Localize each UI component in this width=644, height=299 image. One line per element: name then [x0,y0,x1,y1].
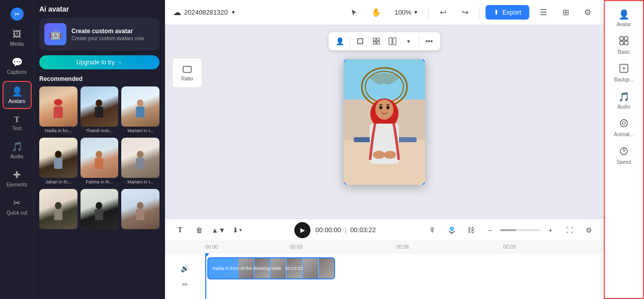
right-panel-audio[interactable]: 🎵 Audio [607,87,641,114]
speed-panel-label: Speed [617,159,631,165]
resize-handle-tr[interactable] [423,59,425,62]
zoom-slider-track[interactable] [500,229,540,231]
more-options-button[interactable]: ••• [422,34,436,48]
avatar-label-extra3 [121,229,159,232]
timeline-tracks: 🔊 ✏ Nadia in front of the dressing table… [165,253,604,299]
select-tool-button[interactable] [346,5,362,21]
svg-rect-23 [373,38,376,41]
sidebar-item-quickcut[interactable]: ✂ Quick cut [3,193,32,220]
svg-rect-28 [393,38,396,45]
adjust-button[interactable]: ⚙ [582,223,596,237]
svg-rect-44 [450,228,453,231]
crop-toolbar-button[interactable] [353,34,367,48]
layout-btn-1[interactable]: ☰ [535,5,551,21]
voice-over-button[interactable] [445,223,459,237]
chevron-dropdown-button[interactable]: ▼ [401,34,416,48]
timeline-toolbar: T 🗑 ▲▼ ⬇ ▼ ▶ 00:00:00 | 00:03:22 [165,219,604,241]
zoom-value: 100% [394,9,411,16]
promo-heading: Create custom avatar [71,28,144,35]
svg-point-54 [622,122,625,125]
timeline-area: T 🗑 ▲▼ ⬇ ▼ ▶ 00:00:00 | 00:03:22 [165,219,604,299]
audio-panel-label: Audio [617,104,630,110]
ratio-label: Ratio [181,76,193,81]
avatar-card-nadia[interactable]: Nadia in fro... [39,86,77,135]
hand-tool-button[interactable]: ✋ [368,5,384,21]
avatar-card-mariam2[interactable]: Mariam in t... [121,138,159,186]
zoom-in-button[interactable]: + [543,223,557,237]
right-panel-basic[interactable]: Basic [607,32,641,59]
avatar-card-jabari[interactable]: Jabari in th... [39,138,77,186]
ratio-button[interactable]: Ratio [172,58,202,88]
project-name[interactable]: ☁ 202408281320 ▼ [173,8,236,17]
upgrade-button[interactable]: Upgrade to try → [39,55,159,69]
undo-button[interactable]: ↩ [435,5,451,21]
sidebar-item-label: Text [12,126,21,131]
video-content [344,59,425,185]
right-panel-speed[interactable]: Speed [607,142,641,169]
sidebar-item-media[interactable]: 🖼 Media [3,25,32,51]
audio-panel-icon: 🎵 [618,91,629,103]
fit-icon [372,37,380,45]
svg-rect-48 [620,41,623,45]
sidebar-item-audio[interactable]: 🎵 Audio [3,137,32,163]
download-button[interactable]: ⬇ ▼ [230,223,245,237]
zoom-out-button[interactable]: − [483,223,497,237]
avatar-card-fatima[interactable]: Fatima in th... [80,138,119,186]
avatar-card-thandi[interactable]: Thandi outs... [80,86,119,135]
fullscreen-button[interactable]: ⛶ [562,223,577,237]
sidebar-logo: ✂ [3,5,32,23]
svg-point-4 [54,99,62,105]
svg-point-11 [96,151,103,158]
delete-button[interactable]: 🗑 [192,223,206,237]
captions-icon: 💬 [12,57,23,68]
settings-button[interactable]: ⚙ [580,5,596,21]
svg-rect-21 [183,66,191,72]
promo-description: Create your custom avatars now [71,36,144,41]
canvas-toolbar: 👤 [329,32,440,50]
split-toolbar-button[interactable] [385,34,399,48]
video-clip[interactable]: Nadia in front of the dressing table 00:… [207,257,335,279]
sidebar-item-label: Avatars [9,98,26,104]
avatar-card-extra1[interactable] [39,189,77,232]
avatar-card-extra3[interactable] [121,189,159,232]
fit-toolbar-button[interactable] [369,34,383,48]
zoom-control[interactable]: 100% ▼ [390,7,422,18]
pencil-button[interactable]: ✏ [179,278,191,290]
sidebar-item-text[interactable]: T Text [3,111,32,135]
export-button[interactable]: ⬆ Export [486,5,529,20]
svg-rect-10 [54,158,62,169]
sidebar-item-elements[interactable]: ✚ Elements [3,165,32,191]
sidebar-item-captions[interactable]: 💬 Captions [3,53,32,79]
volume-button[interactable]: 🔊 [179,262,191,274]
sidebar-item-avatars[interactable]: 👤 Avatars [3,81,32,109]
resize-handle-br[interactable] [423,182,425,185]
background-panel-icon [619,64,628,75]
right-panel-background[interactable]: Backgr... [607,60,641,86]
cloud-icon: ☁ [173,8,181,17]
mic-button[interactable]: 🎙 [426,223,440,237]
sidebar-item-label: Media [10,41,24,47]
play-button[interactable]: ▶ [294,222,310,238]
toolbar-divider-2 [479,7,479,19]
clip-button[interactable]: ⛓ [464,223,478,237]
text-tool-button[interactable]: T [173,223,187,237]
right-panel-avatar[interactable]: 👤 Avatar [607,5,641,31]
avatar-label-extra2 [80,229,119,232]
svg-point-42 [384,151,396,159]
basic-panel-icon [619,36,628,48]
right-panel-animate[interactable]: Animat... [607,115,641,141]
crop-icon [356,37,364,45]
avatar-toolbar-button[interactable]: 👤 [333,34,347,48]
play-icon: ▶ [300,227,305,234]
redo-button[interactable]: ↪ [457,5,473,21]
split-button[interactable]: ▲▼ [211,223,225,237]
export-icon: ⬆ [494,9,499,16]
avatar-card-mariam1[interactable]: Mariam in t... [121,86,159,135]
canvas-toolbar-divider [350,36,350,46]
layout-btn-2[interactable]: ⊞ [557,5,574,21]
avatar-card-extra2[interactable] [80,189,119,232]
speed-icon [619,146,628,155]
basic-panel-label: Basic [618,49,630,55]
avatar-thumb-extra3 [121,189,159,229]
svg-rect-25 [373,42,376,44]
